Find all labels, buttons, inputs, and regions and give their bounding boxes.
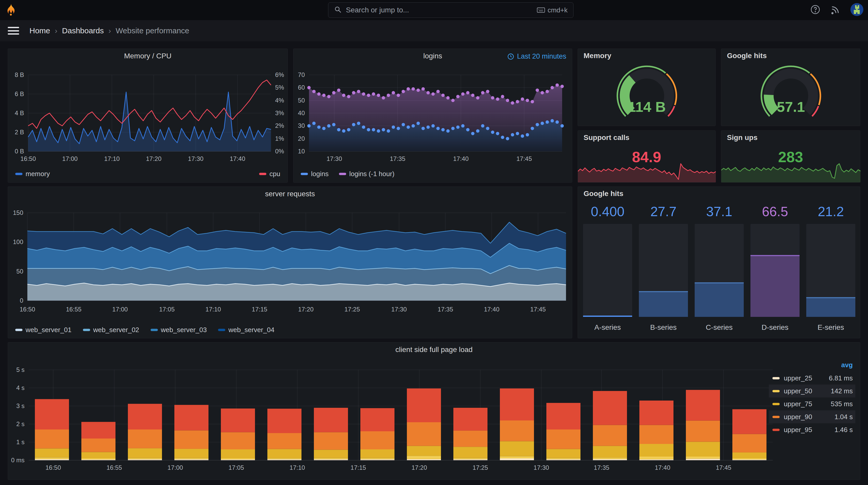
google-hits-gauge[interactable]: 57.1: [721, 60, 861, 126]
axis-tick: 17:00: [113, 306, 128, 313]
stacked-bar-segment: [221, 449, 255, 458]
stacked-bar-segment: [407, 388, 441, 422]
panel-server-requests: server requests 15010050016:5016:5517:00…: [8, 187, 572, 338]
axis-tick: 8 B: [15, 71, 24, 78]
axis-tick: 3 s: [16, 402, 25, 409]
axis-tick: 16:55: [106, 464, 122, 471]
panel-title[interactable]: Google hits: [721, 49, 860, 62]
axis-tick: 16:55: [66, 306, 82, 313]
stacked-bar-segment: [454, 459, 488, 460]
axis-tick: 5 s: [16, 366, 25, 373]
panel-sign-ups: Sign ups 283: [721, 130, 860, 183]
panel-time-override[interactable]: Last 20 minutes: [507, 53, 566, 60]
legend-item[interactable]: cpu: [259, 170, 280, 178]
stacked-bar-segment: [268, 433, 302, 449]
stacked-bar-segment: [686, 421, 720, 442]
legend-header-avg[interactable]: avg: [769, 359, 855, 371]
axis-tick: 0: [20, 297, 23, 304]
legend-item[interactable]: memory: [15, 170, 50, 178]
server-requests-chart[interactable]: 15010050016:5016:5517:0017:0517:1017:151…: [8, 201, 572, 323]
search-input[interactable]: Search or jump to... cmd+k: [328, 2, 574, 18]
stacked-bar-segment: [407, 446, 441, 456]
stacked-bar-segment: [454, 430, 488, 447]
stacked-bar-segment: [454, 408, 488, 430]
stacked-bar-segment: [733, 458, 767, 459]
axis-tick: 17:30: [392, 306, 407, 313]
stacked-bar-segment: [500, 420, 534, 441]
legend-row[interactable]: upper_256.81 ms: [769, 371, 855, 385]
axis-tick: 10: [298, 148, 305, 155]
client-load-chart[interactable]: 5 s4 s3 s2 s1 s0 ms16:5016:5517:0017:051…: [8, 357, 861, 473]
axis-tick: 17:40: [655, 464, 671, 471]
axis-tick: 17:05: [228, 464, 244, 471]
memory-cpu-chart[interactable]: 8 B6 B4 B2 B0 B6%5%4%3%2%1%0%16:5017:001…: [8, 63, 288, 167]
avatar[interactable]: [850, 3, 863, 17]
panel-title[interactable]: Memory: [578, 49, 715, 62]
axis-tick: 70: [298, 71, 305, 78]
axis-tick: 6 B: [15, 90, 24, 97]
stacked-bar-segment: [314, 458, 348, 459]
stacked-bar-segment: [314, 408, 348, 432]
panel-title[interactable]: Memory / CPU: [8, 49, 287, 63]
axis-tick: 17:10: [206, 306, 221, 313]
stacked-bar-segment: [407, 459, 441, 460]
legend-item[interactable]: web_server_03: [151, 326, 207, 334]
axis-tick: 17:35: [594, 464, 610, 471]
panel-title[interactable]: Google hits: [578, 187, 860, 200]
legend-row[interactable]: upper_901.04 s: [769, 410, 855, 423]
stacked-bar-segment: [128, 448, 162, 458]
axis-tick: 4 B: [15, 109, 24, 117]
clock-icon: [507, 53, 514, 60]
grafana-logo-icon[interactable]: [4, 3, 18, 17]
panel-title[interactable]: Support calls: [578, 131, 715, 143]
legend-item[interactable]: web_server_01: [15, 326, 71, 334]
axis-tick: 17:45: [530, 306, 546, 313]
legend-item[interactable]: web_server_04: [218, 326, 274, 334]
axis-tick: 2 B: [15, 129, 24, 136]
panel-title[interactable]: Sign ups: [721, 131, 860, 143]
logins-chart[interactable]: 7060504030201017:3017:3517:4017:45: [293, 63, 572, 167]
bar-gauge-value: 66.5: [762, 204, 788, 219]
bar-gauge-label: A-series: [594, 323, 621, 331]
panel-title[interactable]: client side full page load: [8, 343, 860, 357]
axis-tick: 17:40: [230, 155, 245, 162]
legend-row[interactable]: upper_951.46 s: [769, 423, 855, 436]
axis-tick: 0%: [275, 148, 284, 155]
legend-item[interactable]: logins (-1 hour): [339, 170, 395, 178]
stacked-bar-segment: [640, 444, 674, 457]
axis-tick: 30: [298, 122, 305, 129]
stacked-bar-segment: [640, 457, 674, 459]
bar-gauge-value: 37.1: [706, 204, 732, 219]
breadcrumb-home[interactable]: Home: [29, 26, 50, 35]
axis-tick: 5%: [275, 84, 284, 91]
panel-google-hits-bars: Google hits 0.400A-series27.7B-series37.…: [578, 187, 860, 338]
axis-tick: 50: [298, 97, 305, 104]
axis-tick: 2%: [275, 122, 284, 129]
legend-row[interactable]: upper_75535 ms: [769, 397, 855, 410]
stacked-bar-segment: [314, 450, 348, 458]
support-calls-sparkline[interactable]: [578, 158, 715, 182]
axis-tick: 1 s: [16, 439, 25, 446]
legend-row[interactable]: upper_50142 ms: [769, 385, 855, 397]
sign-ups-sparkline[interactable]: [721, 158, 860, 182]
rss-news-icon[interactable]: [830, 4, 841, 16]
memory-gauge[interactable]: 114 B: [578, 60, 716, 126]
axis-tick: 4%: [275, 97, 284, 104]
keyboard-icon: [537, 7, 545, 13]
bar-gauge-track: [583, 224, 632, 317]
menu-icon[interactable]: [8, 27, 19, 35]
stacked-bar-segment: [640, 425, 674, 444]
legend-item[interactable]: web_server_02: [83, 326, 139, 334]
google-hits-bar-gauge[interactable]: 0.400A-series27.7B-series37.1C-series66.…: [578, 201, 861, 338]
help-icon[interactable]: [810, 4, 820, 16]
stacked-bar-segment: [593, 425, 627, 446]
legend-item[interactable]: logins: [301, 170, 329, 178]
breadcrumb-dashboards[interactable]: Dashboards: [62, 26, 104, 35]
panel-title[interactable]: server requests: [8, 187, 572, 201]
axis-tick: 17:35: [438, 306, 453, 313]
stacked-bar-segment: [640, 459, 674, 460]
stacked-bar-segment: [268, 409, 302, 433]
stacked-bar-segment: [593, 459, 627, 460]
stacked-bar-segment: [733, 434, 767, 452]
stacked-bar-segment: [593, 391, 627, 425]
